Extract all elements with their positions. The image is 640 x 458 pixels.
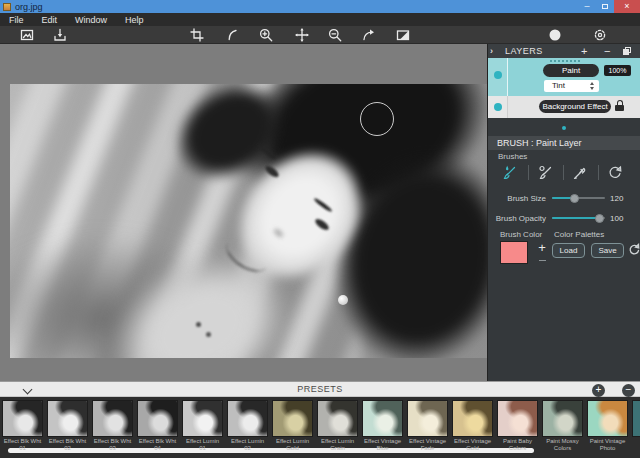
preset-label: Effect Lumin 02 [227, 438, 268, 452]
preset-thumbnail[interactable]: Paint Mossy Colors [542, 400, 583, 452]
zoom-in-icon [259, 28, 273, 42]
preset-label: Effect Vintage Gold [452, 438, 493, 452]
layer-insert-dot [562, 126, 566, 130]
brush-opacity-value: 100 [610, 214, 623, 223]
crop-icon [190, 28, 204, 42]
menu-window[interactable]: Window [66, 15, 116, 25]
preset-thumbnail[interactable]: Effect Vintage Fade [407, 400, 448, 452]
brush-size-label: Brush Size [488, 194, 546, 203]
rotate-button[interactable] [361, 28, 375, 42]
restore-icon [602, 4, 608, 9]
save-palette-button[interactable]: Save [591, 243, 624, 258]
preset-thumbnail[interactable]: Effect Lumin 02 [227, 400, 268, 452]
remove-layer-button[interactable]: − [604, 44, 611, 58]
preset-preview-image [272, 400, 313, 437]
preset-preview-image [47, 400, 88, 437]
brushes-label: Brushes [498, 152, 527, 161]
add-layer-button[interactable]: + [581, 44, 588, 58]
preset-thumbnail[interactable]: Effect Blk Wht 04 [137, 400, 178, 452]
preset-thumbnail[interactable]: Effect Blk Wht 03 [92, 400, 133, 452]
preset-preview-image [407, 400, 448, 437]
brush-opacity-slider[interactable] [552, 217, 605, 219]
eraser-brush-tool[interactable] [536, 164, 554, 182]
open-image-button[interactable] [20, 28, 34, 42]
preset-thumbnail[interactable]: Effect Blk Wht 01 [2, 400, 43, 452]
curve-tool-button[interactable] [225, 28, 239, 42]
right-panel: › LAYERS + − Paint 100% Tint Background … [487, 44, 640, 381]
layer-visibility-dot[interactable] [494, 71, 502, 79]
move-icon [295, 28, 309, 42]
brush-section-header: BRUSH : Paint Layer [488, 136, 640, 150]
photo-canvas[interactable] [10, 84, 487, 358]
compare-icon [396, 28, 410, 42]
preset-preview-image [497, 400, 538, 437]
preset-thumbnail[interactable] [632, 400, 640, 452]
menu-file[interactable]: File [0, 15, 33, 25]
photo-editor-window: org.jpg – × File Edit Window Help [0, 0, 640, 458]
preset-thumbnail[interactable]: Effect Vintage Blue [362, 400, 403, 452]
preset-thumbnail[interactable]: Effect Vintage Gold [452, 400, 493, 452]
info-button[interactable]: i [548, 28, 562, 42]
export-button[interactable] [53, 28, 67, 42]
layer-row-paint[interactable]: Paint 100% Tint [488, 58, 640, 96]
zoom-out-button[interactable] [328, 28, 342, 42]
add-color-button[interactable]: + [536, 240, 548, 255]
layer-row-background-effect[interactable]: Background Effect [488, 96, 640, 118]
rotate-arrow-icon [361, 28, 375, 42]
crop-button[interactable] [190, 28, 204, 42]
preset-thumbnail[interactable]: Effect Lumin 01 [182, 400, 223, 452]
layer-name-background-effect[interactable]: Background Effect [539, 100, 611, 113]
pan-button[interactable] [295, 28, 309, 42]
preset-label: Paint Mossy Colors [542, 438, 583, 452]
layer-name-paint[interactable]: Paint [543, 64, 599, 77]
load-palette-button[interactable]: Load [552, 243, 585, 258]
blend-mode-select[interactable]: Tint [544, 80, 599, 92]
preset-label: Effect Blk Wht 01 [2, 438, 43, 452]
brush-size-slider[interactable] [552, 197, 605, 199]
eraser-brush-icon [536, 164, 554, 182]
minimize-button[interactable]: – [578, 0, 596, 13]
menu-edit[interactable]: Edit [33, 15, 67, 25]
preset-thumbnail[interactable]: Effect Lumin Grain [317, 400, 358, 452]
preset-label: Effect Blk Wht 04 [137, 438, 178, 452]
compare-button[interactable] [396, 28, 410, 42]
panel-collapse-button[interactable]: › [490, 44, 500, 58]
reset-brush-tool[interactable] [606, 164, 624, 182]
preset-thumbnail[interactable]: Paint Baby Colors [497, 400, 538, 452]
menubar: File Edit Window Help [0, 13, 640, 26]
paint-brush-icon [501, 164, 519, 182]
preset-label: Effect Blk Wht 02 [47, 438, 88, 452]
brush-opacity-thumb[interactable] [595, 214, 604, 223]
duplicate-layer-button[interactable] [623, 47, 632, 55]
brush-size-row: Brush Size 120 [488, 192, 640, 204]
presets-bar: PRESETS + − [0, 381, 640, 397]
preset-thumbnail[interactable]: Paint Vintage Photo [587, 400, 628, 452]
remove-color-button[interactable] [539, 260, 546, 261]
preset-thumbnail[interactable]: Effect Lumin Gold [272, 400, 313, 452]
brush-color-swatch[interactable] [500, 241, 528, 264]
zoom-in-button[interactable] [259, 28, 273, 42]
preset-thumbnail[interactable]: Effect Blk Wht 02 [47, 400, 88, 452]
preset-label: Paint Baby Colors [497, 438, 538, 452]
preset-label: Effect Blk Wht 03 [92, 438, 133, 452]
preset-label: Effect Vintage Fade [407, 438, 448, 452]
eyedropper-tool[interactable] [571, 164, 589, 182]
window-title: org.jpg [15, 2, 43, 12]
add-preset-button[interactable]: + [592, 384, 605, 397]
reset-palettes-button[interactable] [627, 243, 640, 257]
layer-opacity-badge[interactable]: 100% [604, 65, 631, 76]
remove-preset-button[interactable]: − [622, 384, 635, 397]
layer-visibility-dot[interactable] [494, 103, 502, 111]
preset-preview-image [362, 400, 403, 437]
presets-title: PRESETS [0, 382, 640, 397]
app-icon [3, 3, 11, 11]
eyedropper-icon [571, 164, 589, 182]
restore-button[interactable] [596, 0, 614, 13]
close-button[interactable]: × [614, 0, 640, 13]
layer-drag-handle[interactable] [550, 60, 580, 62]
preset-label: Effect Lumin Grain [317, 438, 358, 452]
paint-brush-tool[interactable] [501, 164, 519, 182]
menu-help[interactable]: Help [116, 15, 153, 25]
settings-button[interactable] [593, 28, 607, 42]
brush-size-thumb[interactable] [570, 194, 579, 203]
